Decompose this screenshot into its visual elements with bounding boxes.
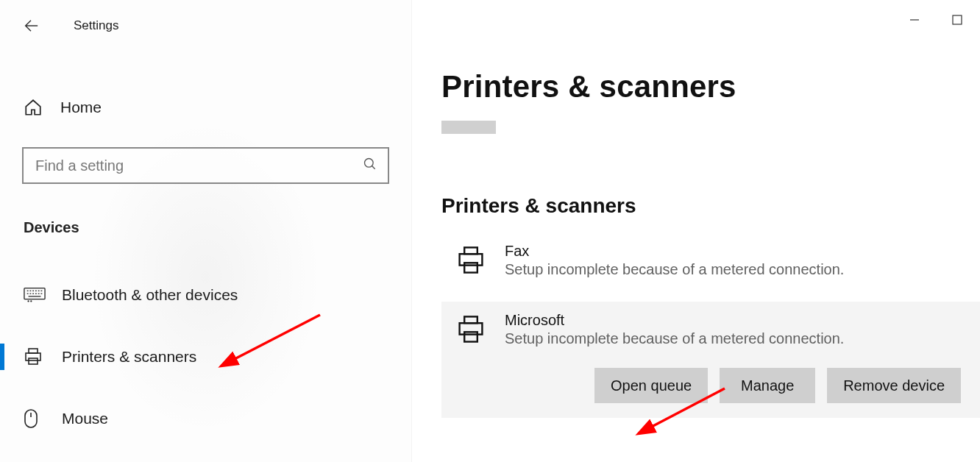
open-queue-button[interactable]: Open queue — [594, 368, 708, 403]
svg-rect-16 — [464, 332, 477, 341]
sidebar-item-bluetooth[interactable]: Bluetooth & other devices — [0, 271, 411, 319]
search-icon — [363, 157, 377, 174]
svg-rect-4 — [29, 349, 38, 353]
printer-status: Setup incomplete because of a metered co… — [505, 330, 844, 347]
nav-label: Bluetooth & other devices — [62, 286, 238, 304]
home-label: Home — [60, 99, 102, 116]
svg-rect-7 — [25, 410, 37, 427]
content-pane: Printers & scanners Printers & scanners … — [412, 0, 980, 462]
minimize-button[interactable] — [908, 13, 921, 26]
home-icon — [24, 98, 44, 117]
svg-rect-11 — [464, 247, 477, 254]
redacted-block — [441, 121, 496, 134]
printer-item-fax[interactable]: Fax Setup incomplete because of a metere… — [441, 232, 980, 288]
sidebar: Settings Home Devices — [0, 0, 412, 462]
nav-label: Mouse — [62, 410, 108, 427]
sidebar-home[interactable]: Home — [0, 87, 411, 128]
app-title: Settings — [74, 18, 118, 33]
printer-name: Microsoft — [505, 312, 844, 329]
page-title: Printers & scanners — [441, 69, 980, 104]
svg-rect-14 — [464, 316, 477, 323]
search-input[interactable] — [35, 157, 363, 174]
section-heading: Printers & scanners — [441, 194, 980, 218]
svg-point-0 — [365, 159, 374, 168]
keyboard-icon — [24, 287, 46, 303]
printer-icon — [452, 243, 490, 278]
sidebar-item-printers[interactable]: Printers & scanners — [0, 333, 411, 380]
printer-action-row: Open queue Manage Remove device — [441, 358, 980, 418]
printer-list: Fax Setup incomplete because of a metere… — [441, 232, 980, 418]
window-controls — [908, 13, 964, 26]
svg-rect-10 — [953, 15, 962, 24]
svg-rect-13 — [464, 263, 477, 272]
nav-list: Bluetooth & other devices Printers & sca… — [0, 271, 411, 442]
arrow-left-icon — [23, 18, 39, 34]
printer-icon — [24, 347, 46, 366]
nav-label: Printers & scanners — [62, 348, 196, 366]
back-button[interactable] — [22, 17, 40, 35]
sidebar-section-label: Devices — [24, 219, 411, 236]
maximize-button[interactable] — [951, 13, 964, 26]
printer-icon — [452, 312, 490, 347]
remove-device-button[interactable]: Remove device — [827, 368, 961, 403]
svg-point-2 — [27, 300, 29, 302]
svg-rect-6 — [29, 358, 38, 364]
search-box[interactable] — [22, 147, 389, 184]
printer-item-microsoft[interactable]: Microsoft Setup incomplete because of a … — [441, 302, 980, 358]
titlebar: Settings — [0, 7, 411, 44]
manage-button[interactable]: Manage — [720, 368, 815, 403]
sidebar-item-mouse[interactable]: Mouse — [0, 395, 411, 442]
svg-rect-5 — [26, 353, 40, 360]
printer-status: Setup incomplete because of a metered co… — [505, 261, 844, 278]
printer-name: Fax — [505, 243, 844, 260]
svg-point-3 — [30, 300, 32, 302]
mouse-icon — [24, 408, 46, 429]
